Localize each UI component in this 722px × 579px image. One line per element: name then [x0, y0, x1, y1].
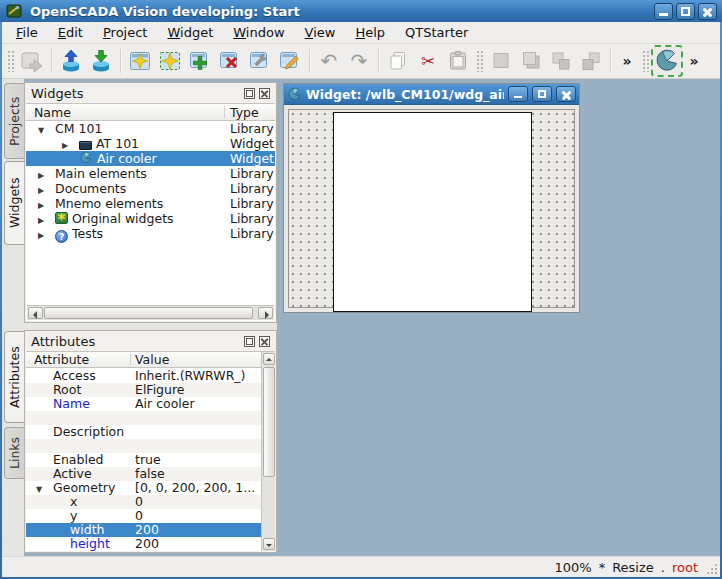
tab-widgets[interactable]: Widgets — [4, 161, 24, 245]
menu-widget[interactable]: Widget — [157, 22, 223, 43]
tree-row-cm101[interactable]: ▼CM 101 Library — [26, 121, 275, 136]
tree-row-documents[interactable]: ▶Documents Library — [26, 181, 275, 196]
column-name[interactable]: Name — [34, 105, 71, 120]
scroll-down-icon[interactable] — [263, 538, 275, 550]
tab-projects[interactable]: Projects — [4, 83, 24, 159]
widgets-panel: Widgets Name Type ▼CM 101 Library ▶AT 1 — [24, 82, 277, 323]
expander-icon[interactable]: ▶ — [38, 228, 55, 243]
tab-attributes[interactable]: Attributes — [4, 331, 24, 423]
column-value[interactable]: Value — [135, 352, 169, 367]
toolbar-drag-handle[interactable] — [7, 50, 14, 72]
close-panel-icon[interactable] — [259, 88, 270, 99]
status-bar: 100% * Resize . root — [2, 556, 720, 577]
attributes-table-header[interactable]: Attribute Value — [26, 352, 275, 368]
undo-icon[interactable]: ↶ — [314, 46, 344, 76]
delete-widget-icon[interactable] — [215, 46, 245, 76]
child-window-titlebar[interactable]: Widget: /wlb_CM101/wdg_air_c... — [284, 84, 579, 105]
menu-qtstarter[interactable]: QTStarter — [395, 22, 478, 43]
scroll-left-icon[interactable] — [28, 307, 43, 319]
toolbar-drag-handle[interactable] — [642, 50, 649, 72]
vertical-scrollbar[interactable] — [261, 352, 275, 551]
child-maximize-button[interactable] — [532, 86, 552, 102]
resize-grip[interactable] — [706, 563, 717, 574]
add-widget-icon[interactable] — [185, 46, 215, 76]
menu-window-label: Window — [233, 25, 284, 40]
window-arrange-2-icon[interactable] — [516, 46, 546, 76]
redo-icon[interactable]: ↷ — [344, 46, 374, 76]
attr-row-spacer — [26, 439, 261, 453]
toolbar-overflow-icon[interactable]: » — [618, 48, 636, 74]
widgets-tree-header[interactable]: Name Type — [26, 104, 275, 121]
attr-row-access[interactable]: Access Inherit.(RWRWR_) — [26, 369, 261, 383]
window-arrange-4-icon[interactable] — [576, 46, 606, 76]
widget-edit-area[interactable] — [288, 109, 575, 308]
float-panel-icon[interactable] — [244, 88, 255, 99]
menu-help[interactable]: Help — [345, 22, 395, 43]
close-button[interactable] — [698, 3, 717, 20]
attr-row-enabled[interactable]: Enabled true — [26, 453, 261, 467]
menu-file[interactable]: File — [6, 22, 48, 43]
minimize-button[interactable] — [654, 3, 673, 20]
menu-edit[interactable]: Edit — [48, 22, 93, 43]
cut-icon[interactable]: ✂ — [413, 46, 443, 76]
tree-row-tests[interactable]: ▶?Tests Library — [26, 226, 275, 241]
toolbar-drag-handle[interactable] — [476, 50, 483, 72]
attributes-panel-header[interactable]: Attributes — [25, 331, 276, 351]
tree-row-air-cooler[interactable]: Air cooler Widget — [26, 151, 275, 166]
widget-properties-icon[interactable] — [245, 46, 275, 76]
attr-row-description[interactable]: Description — [26, 425, 261, 439]
scroll-right-icon[interactable] — [258, 307, 273, 319]
window-arrange-3-icon[interactable] — [546, 46, 576, 76]
attr-row-root[interactable]: Root ElFigure — [26, 383, 261, 397]
scroll-up-icon[interactable] — [263, 353, 275, 365]
tab-links[interactable]: Links — [4, 427, 24, 479]
horizontal-scrollbar[interactable] — [27, 305, 274, 320]
child-minimize-button[interactable] — [508, 86, 528, 102]
maximize-button[interactable] — [676, 3, 695, 20]
save-to-db-icon[interactable] — [86, 46, 116, 76]
widget-visual-edit-icon[interactable] — [275, 46, 305, 76]
attr-row-height[interactable]: height 200 — [26, 537, 261, 551]
column-attribute[interactable]: Attribute — [34, 352, 89, 367]
attr-value: ElFigure — [135, 383, 185, 397]
widget-canvas[interactable] — [333, 112, 532, 312]
exec-widget-icon[interactable] — [17, 46, 47, 76]
menu-view-label: View — [305, 25, 336, 40]
import-library-icon[interactable] — [155, 46, 185, 76]
tree-row-mnemo-elements[interactable]: ▶Mnemo elements Library — [26, 196, 275, 211]
qtstarter-overflow-icon[interactable]: » — [685, 48, 703, 74]
tree-row-original-widgets[interactable]: ▶*Original widgets Library — [26, 211, 275, 226]
attr-value: 0 — [135, 495, 143, 509]
qtstarter-openscada-icon[interactable] — [652, 46, 682, 76]
attr-label: height — [70, 536, 110, 551]
float-panel-icon[interactable] — [244, 336, 255, 347]
tree-item-type: Widget — [230, 136, 274, 151]
attr-row-width[interactable]: width 200 — [26, 523, 261, 537]
tree-item-type: Library — [230, 211, 274, 226]
tree-item-type: Library — [230, 181, 274, 196]
menu-window[interactable]: Window — [223, 22, 294, 43]
widgets-panel-header[interactable]: Widgets — [25, 83, 276, 103]
scrollbar-thumb[interactable] — [263, 367, 275, 477]
attr-row-geometry[interactable]: ▼Geometry [0, 0, 200, 200, 1... — [26, 481, 261, 495]
scrollbar-thumb[interactable] — [44, 307, 253, 319]
attr-row-y[interactable]: y 0 — [26, 509, 261, 523]
new-library-icon[interactable] — [125, 46, 155, 76]
child-close-button[interactable] — [556, 86, 576, 102]
copy-icon[interactable] — [383, 46, 413, 76]
column-type[interactable]: Type — [230, 105, 259, 120]
load-from-db-icon[interactable] — [56, 46, 86, 76]
attr-row-active[interactable]: Active false — [26, 467, 261, 481]
attr-row-x[interactable]: x 0 — [26, 495, 261, 509]
status-mode: Resize — [612, 560, 654, 575]
window-arrange-1-icon[interactable] — [486, 46, 516, 76]
tree-row-main-elements[interactable]: ▶Main elements Library — [26, 166, 275, 181]
status-user: root — [672, 560, 698, 575]
attr-row-name[interactable]: Name Air cooler — [26, 397, 261, 411]
close-panel-icon[interactable] — [259, 336, 270, 347]
paste-icon[interactable] — [443, 46, 473, 76]
tree-row-at101[interactable]: ▶AT 101 Widget — [26, 136, 275, 151]
menu-view[interactable]: View — [295, 22, 346, 43]
menu-project[interactable]: Project — [93, 22, 158, 43]
title-bar[interactable]: OpenSCADA Vision developing: Start — [0, 0, 722, 22]
